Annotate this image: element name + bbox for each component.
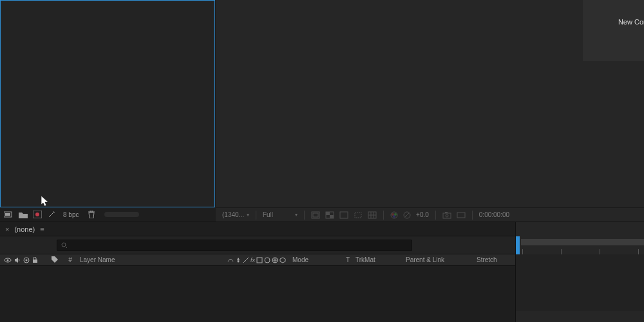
reset-exposure-icon[interactable] [403, 211, 411, 219]
layer-name-column-header[interactable]: Layer Name [77, 256, 219, 263]
separator [383, 211, 384, 220]
ruler-tick [561, 249, 562, 254]
frame-blend-switch-icon[interactable] [256, 257, 263, 263]
label-column-icon[interactable] [46, 256, 63, 263]
project-bin-area[interactable] [0, 0, 215, 207]
ruler-tick [600, 249, 600, 254]
separator [472, 211, 473, 220]
svg-point-18 [446, 214, 448, 217]
delete-icon[interactable] [86, 210, 97, 219]
3d-switch-icon[interactable] [279, 257, 286, 263]
svg-rect-34 [257, 258, 262, 263]
composition-viewer: New Composition New Composition From Foo… [216, 0, 644, 222]
resolution-value: Full [263, 211, 273, 218]
snapshot-icon[interactable] [442, 211, 451, 219]
project-zoom-slider[interactable] [104, 212, 139, 217]
separator [435, 211, 436, 220]
bpc-label[interactable]: 8 bpc [63, 211, 79, 218]
svg-rect-7 [326, 212, 330, 215]
time-ruler[interactable] [516, 236, 644, 254]
svg-point-15 [393, 215, 395, 218]
chevron-down-icon: ▾ [295, 212, 298, 218]
svg-rect-33 [33, 260, 37, 263]
index-column-header[interactable]: # [63, 256, 77, 263]
magnification-value: (1340... [222, 211, 244, 218]
quality-switch-icon[interactable] [243, 257, 249, 263]
resolution-dropdown[interactable]: Full ▾ [263, 211, 298, 218]
timecode-display[interactable]: 0:00:00:00 [479, 211, 509, 218]
stretch-header[interactable]: Stretch [477, 256, 515, 263]
mode-column-header[interactable]: Mode [289, 256, 340, 263]
top-split: 8 bpc New Composition New Composition Fr… [0, 0, 644, 222]
separator [304, 211, 305, 220]
svg-point-30 [7, 259, 9, 261]
adjustment-switch-icon[interactable] [272, 257, 278, 263]
svg-rect-1 [5, 213, 10, 216]
svg-rect-9 [340, 212, 348, 218]
shy-switch-icon[interactable] [227, 257, 234, 263]
exposure-value[interactable]: +0.0 [416, 211, 429, 218]
layer-search-input[interactable] [57, 240, 412, 251]
project-panel[interactable]: 8 bpc [0, 0, 216, 222]
project-footer: 8 bpc [0, 207, 216, 222]
svg-rect-10 [355, 213, 361, 218]
fast-preview-icon[interactable] [311, 211, 320, 219]
svg-rect-20 [457, 213, 465, 218]
switches-column: fx [219, 257, 289, 263]
video-toggle-icon[interactable] [4, 257, 12, 263]
track-matte-header[interactable]: TrkMat [355, 256, 406, 263]
timeline-panel: × (none) ≡ # [0, 222, 644, 322]
svg-rect-19 [445, 212, 448, 213]
ruler-tick [522, 249, 523, 254]
audio-toggle-icon[interactable] [14, 257, 21, 263]
viewer-footer: (1340... ▾ Full ▾ +0.0 [216, 207, 644, 222]
new-composition-label: New Composition [618, 17, 644, 28]
svg-rect-8 [330, 215, 334, 218]
work-area-bar[interactable] [521, 239, 644, 245]
svg-point-3 [35, 213, 39, 216]
new-composition-icon[interactable] [32, 210, 43, 219]
timeline-tab-name[interactable]: (none) [14, 225, 35, 233]
time-track-area[interactable] [516, 254, 644, 311]
mask-visibility-icon[interactable] [339, 211, 348, 219]
svg-point-21 [62, 243, 66, 247]
new-composition-button[interactable]: New Composition [583, 0, 644, 61]
project-settings-icon[interactable] [46, 210, 57, 219]
parent-link-header[interactable]: Parent & Link [406, 256, 477, 263]
app-root: 8 bpc New Composition New Composition Fr… [0, 0, 644, 322]
svg-point-35 [265, 258, 270, 263]
time-ruler-area [515, 222, 644, 322]
roi-icon[interactable] [354, 211, 363, 219]
search-icon [61, 242, 68, 249]
playhead-indicator[interactable] [516, 236, 520, 254]
transparency-grid-icon[interactable] [325, 211, 334, 219]
svg-rect-17 [443, 213, 451, 218]
show-snapshot-icon[interactable] [457, 211, 466, 219]
ruler-tick [638, 249, 639, 254]
chevron-down-icon: ▾ [247, 212, 249, 218]
close-tab-icon[interactable]: × [5, 225, 9, 233]
new-folder-icon[interactable] [18, 210, 28, 219]
lock-toggle-icon[interactable] [32, 257, 38, 263]
panel-menu-icon[interactable]: ≡ [40, 225, 44, 233]
collapse-transform-icon[interactable] [235, 257, 242, 263]
magnification-dropdown[interactable]: (1340... ▾ [222, 211, 249, 218]
av-column-icons [0, 257, 46, 263]
interpret-footage-icon[interactable] [4, 210, 14, 219]
grid-icon[interactable] [368, 211, 377, 219]
svg-point-32 [26, 259, 28, 261]
solo-toggle-icon[interactable] [23, 257, 30, 263]
svg-rect-5 [313, 213, 318, 217]
separator [256, 211, 256, 220]
preserve-transparency-header[interactable]: T [340, 256, 355, 263]
fx-switch-icon[interactable]: fx [251, 257, 255, 263]
channel-icon[interactable] [390, 211, 398, 219]
motion-blur-switch-icon[interactable] [264, 257, 270, 263]
